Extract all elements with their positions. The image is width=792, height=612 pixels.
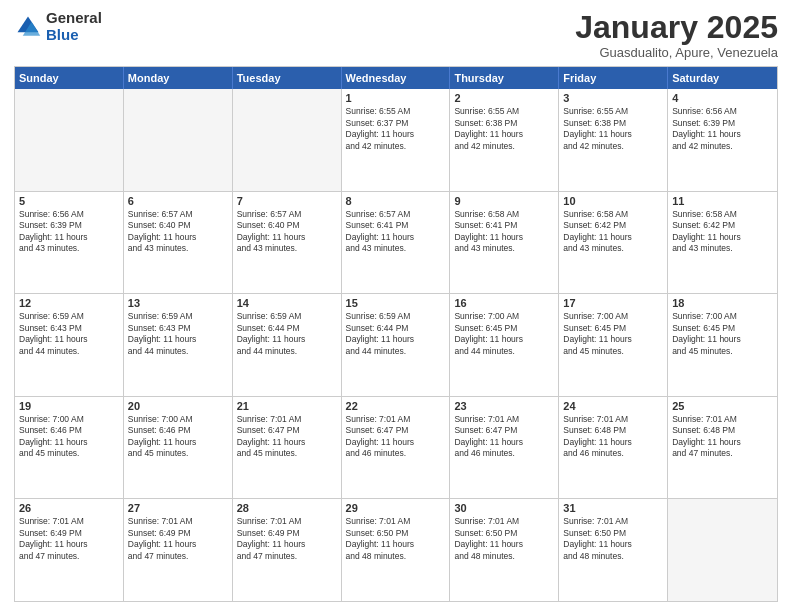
day-number: 14 — [237, 297, 337, 309]
day-cell-20: 20Sunrise: 7:00 AM Sunset: 6:46 PM Dayli… — [124, 397, 233, 499]
day-cell-17: 17Sunrise: 7:00 AM Sunset: 6:45 PM Dayli… — [559, 294, 668, 396]
day-cell-16: 16Sunrise: 7:00 AM Sunset: 6:45 PM Dayli… — [450, 294, 559, 396]
day-cell-4: 4Sunrise: 6:56 AM Sunset: 6:39 PM Daylig… — [668, 89, 777, 191]
day-info: Sunrise: 7:01 AM Sunset: 6:50 PM Dayligh… — [346, 516, 446, 562]
day-number: 31 — [563, 502, 663, 514]
day-cell-28: 28Sunrise: 7:01 AM Sunset: 6:49 PM Dayli… — [233, 499, 342, 601]
day-cell-15: 15Sunrise: 6:59 AM Sunset: 6:44 PM Dayli… — [342, 294, 451, 396]
calendar-row-4: 26Sunrise: 7:01 AM Sunset: 6:49 PM Dayli… — [15, 498, 777, 601]
day-number: 10 — [563, 195, 663, 207]
day-number: 25 — [672, 400, 773, 412]
day-number: 3 — [563, 92, 663, 104]
header-day-tuesday: Tuesday — [233, 67, 342, 89]
day-cell-2: 2Sunrise: 6:55 AM Sunset: 6:38 PM Daylig… — [450, 89, 559, 191]
location: Guasdualito, Apure, Venezuela — [575, 45, 778, 60]
day-number: 20 — [128, 400, 228, 412]
day-number: 2 — [454, 92, 554, 104]
empty-cell — [668, 499, 777, 601]
day-info: Sunrise: 6:58 AM Sunset: 6:42 PM Dayligh… — [672, 209, 773, 255]
calendar: SundayMondayTuesdayWednesdayThursdayFrid… — [14, 66, 778, 602]
day-info: Sunrise: 7:00 AM Sunset: 6:45 PM Dayligh… — [454, 311, 554, 357]
day-info: Sunrise: 6:56 AM Sunset: 6:39 PM Dayligh… — [672, 106, 773, 152]
day-number: 4 — [672, 92, 773, 104]
day-info: Sunrise: 6:59 AM Sunset: 6:44 PM Dayligh… — [237, 311, 337, 357]
day-number: 30 — [454, 502, 554, 514]
day-info: Sunrise: 7:01 AM Sunset: 6:47 PM Dayligh… — [237, 414, 337, 460]
day-cell-9: 9Sunrise: 6:58 AM Sunset: 6:41 PM Daylig… — [450, 192, 559, 294]
day-number: 26 — [19, 502, 119, 514]
logo: General Blue — [14, 10, 102, 43]
calendar-body: 1Sunrise: 6:55 AM Sunset: 6:37 PM Daylig… — [15, 89, 777, 601]
day-cell-12: 12Sunrise: 6:59 AM Sunset: 6:43 PM Dayli… — [15, 294, 124, 396]
day-info: Sunrise: 6:58 AM Sunset: 6:41 PM Dayligh… — [454, 209, 554, 255]
day-cell-21: 21Sunrise: 7:01 AM Sunset: 6:47 PM Dayli… — [233, 397, 342, 499]
day-number: 27 — [128, 502, 228, 514]
logo-icon — [14, 13, 42, 41]
day-cell-19: 19Sunrise: 7:00 AM Sunset: 6:46 PM Dayli… — [15, 397, 124, 499]
day-info: Sunrise: 6:55 AM Sunset: 6:38 PM Dayligh… — [454, 106, 554, 152]
day-number: 22 — [346, 400, 446, 412]
day-cell-22: 22Sunrise: 7:01 AM Sunset: 6:47 PM Dayli… — [342, 397, 451, 499]
day-info: Sunrise: 7:01 AM Sunset: 6:50 PM Dayligh… — [563, 516, 663, 562]
day-info: Sunrise: 7:01 AM Sunset: 6:48 PM Dayligh… — [672, 414, 773, 460]
day-info: Sunrise: 6:56 AM Sunset: 6:39 PM Dayligh… — [19, 209, 119, 255]
page: General Blue January 2025 Guasdualito, A… — [0, 0, 792, 612]
day-cell-25: 25Sunrise: 7:01 AM Sunset: 6:48 PM Dayli… — [668, 397, 777, 499]
day-cell-29: 29Sunrise: 7:01 AM Sunset: 6:50 PM Dayli… — [342, 499, 451, 601]
day-number: 17 — [563, 297, 663, 309]
day-number: 1 — [346, 92, 446, 104]
header-day-saturday: Saturday — [668, 67, 777, 89]
day-info: Sunrise: 6:59 AM Sunset: 6:43 PM Dayligh… — [19, 311, 119, 357]
logo-blue-text: Blue — [46, 27, 102, 44]
header-day-thursday: Thursday — [450, 67, 559, 89]
day-cell-3: 3Sunrise: 6:55 AM Sunset: 6:38 PM Daylig… — [559, 89, 668, 191]
empty-cell — [15, 89, 124, 191]
day-info: Sunrise: 7:01 AM Sunset: 6:47 PM Dayligh… — [346, 414, 446, 460]
day-cell-18: 18Sunrise: 7:00 AM Sunset: 6:45 PM Dayli… — [668, 294, 777, 396]
day-cell-11: 11Sunrise: 6:58 AM Sunset: 6:42 PM Dayli… — [668, 192, 777, 294]
day-cell-30: 30Sunrise: 7:01 AM Sunset: 6:50 PM Dayli… — [450, 499, 559, 601]
day-info: Sunrise: 7:00 AM Sunset: 6:46 PM Dayligh… — [19, 414, 119, 460]
day-cell-10: 10Sunrise: 6:58 AM Sunset: 6:42 PM Dayli… — [559, 192, 668, 294]
day-cell-24: 24Sunrise: 7:01 AM Sunset: 6:48 PM Dayli… — [559, 397, 668, 499]
day-number: 11 — [672, 195, 773, 207]
day-number: 19 — [19, 400, 119, 412]
header-day-monday: Monday — [124, 67, 233, 89]
day-info: Sunrise: 6:57 AM Sunset: 6:41 PM Dayligh… — [346, 209, 446, 255]
day-info: Sunrise: 7:01 AM Sunset: 6:50 PM Dayligh… — [454, 516, 554, 562]
day-info: Sunrise: 6:55 AM Sunset: 6:38 PM Dayligh… — [563, 106, 663, 152]
header: General Blue January 2025 Guasdualito, A… — [14, 10, 778, 60]
empty-cell — [233, 89, 342, 191]
day-info: Sunrise: 6:57 AM Sunset: 6:40 PM Dayligh… — [128, 209, 228, 255]
logo-text: General Blue — [46, 10, 102, 43]
day-info: Sunrise: 6:58 AM Sunset: 6:42 PM Dayligh… — [563, 209, 663, 255]
day-number: 6 — [128, 195, 228, 207]
day-info: Sunrise: 7:01 AM Sunset: 6:49 PM Dayligh… — [128, 516, 228, 562]
logo-general-text: General — [46, 10, 102, 27]
calendar-row-3: 19Sunrise: 7:00 AM Sunset: 6:46 PM Dayli… — [15, 396, 777, 499]
day-number: 24 — [563, 400, 663, 412]
day-info: Sunrise: 7:00 AM Sunset: 6:45 PM Dayligh… — [672, 311, 773, 357]
day-number: 18 — [672, 297, 773, 309]
day-info: Sunrise: 6:55 AM Sunset: 6:37 PM Dayligh… — [346, 106, 446, 152]
day-number: 29 — [346, 502, 446, 514]
day-number: 9 — [454, 195, 554, 207]
day-info: Sunrise: 7:01 AM Sunset: 6:47 PM Dayligh… — [454, 414, 554, 460]
title-block: January 2025 Guasdualito, Apure, Venezue… — [575, 10, 778, 60]
day-info: Sunrise: 6:57 AM Sunset: 6:40 PM Dayligh… — [237, 209, 337, 255]
day-number: 28 — [237, 502, 337, 514]
header-day-sunday: Sunday — [15, 67, 124, 89]
day-number: 5 — [19, 195, 119, 207]
calendar-row-1: 5Sunrise: 6:56 AM Sunset: 6:39 PM Daylig… — [15, 191, 777, 294]
day-info: Sunrise: 7:00 AM Sunset: 6:45 PM Dayligh… — [563, 311, 663, 357]
day-cell-26: 26Sunrise: 7:01 AM Sunset: 6:49 PM Dayli… — [15, 499, 124, 601]
day-number: 7 — [237, 195, 337, 207]
day-info: Sunrise: 6:59 AM Sunset: 6:44 PM Dayligh… — [346, 311, 446, 357]
day-number: 15 — [346, 297, 446, 309]
day-number: 12 — [19, 297, 119, 309]
day-info: Sunrise: 7:01 AM Sunset: 6:48 PM Dayligh… — [563, 414, 663, 460]
day-info: Sunrise: 7:01 AM Sunset: 6:49 PM Dayligh… — [19, 516, 119, 562]
day-info: Sunrise: 6:59 AM Sunset: 6:43 PM Dayligh… — [128, 311, 228, 357]
day-cell-13: 13Sunrise: 6:59 AM Sunset: 6:43 PM Dayli… — [124, 294, 233, 396]
day-cell-14: 14Sunrise: 6:59 AM Sunset: 6:44 PM Dayli… — [233, 294, 342, 396]
